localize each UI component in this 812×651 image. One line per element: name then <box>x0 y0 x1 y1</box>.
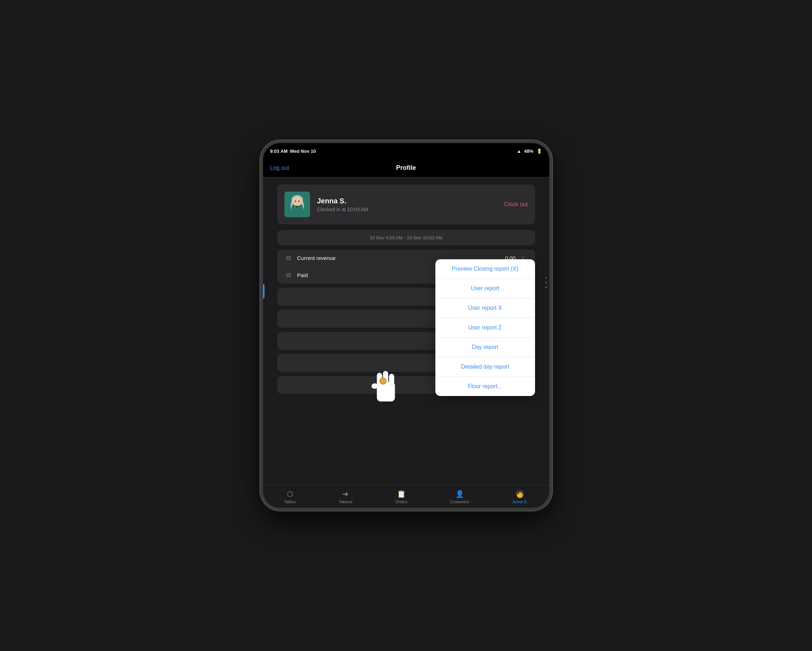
dropdown-item-floor-report[interactable]: Floor report... <box>435 377 535 396</box>
status-bar: 9:03 AM Wed Nov 10 ▲ 48% 🔋 <box>263 143 549 159</box>
side-dot <box>545 286 547 288</box>
tab-orders[interactable]: 📋 Orders <box>395 490 408 504</box>
user-icon: 🧑 <box>516 490 524 498</box>
side-dot <box>545 282 547 283</box>
svg-point-3 <box>298 200 300 202</box>
logout-button[interactable]: Log out <box>270 165 289 171</box>
nav-bar: Log out Profile <box>263 159 549 177</box>
profile-name: Jenna S. <box>317 197 504 205</box>
tab-tables[interactable]: ⬡ Tables <box>284 490 296 504</box>
tab-takeout[interactable]: ➜ Takeout <box>339 490 353 504</box>
time-range-text: 10 Nov 4:00 AM - 10 Nov 10:03 AM <box>370 235 443 240</box>
customers-icon: 👤 <box>455 490 464 498</box>
dropdown-item-user-report-z[interactable]: User report Z <box>435 318 535 338</box>
tab-bar: ⬡ Tables ➜ Takeout 📋 Orders 👤 Customers … <box>263 485 549 508</box>
customers-label: Customers <box>450 500 469 504</box>
status-left: 9:03 AM Wed Nov 10 <box>270 148 316 154</box>
dropdown-item-detailed-day[interactable]: Detailed day report <box>435 357 535 377</box>
takeout-icon: ➜ <box>342 490 348 498</box>
dropdown-item-preview[interactable]: Preview Closing report (X) <box>435 259 535 279</box>
dropdown-menu: Preview Closing report (X) User report U… <box>435 259 535 396</box>
side-dots <box>545 277 547 288</box>
paid-icon: ⊟ <box>284 272 293 278</box>
date-display: Wed Nov 10 <box>290 148 316 154</box>
time-range-card: 10 Nov 4:00 AM - 10 Nov 10:03 AM <box>277 230 535 245</box>
profile-info: Jenna S. Clocked in at 10:03 AM <box>317 197 504 212</box>
orders-icon: 📋 <box>397 490 406 498</box>
clock-out-button[interactable]: Clock out <box>504 201 528 208</box>
avatar-image <box>287 194 308 215</box>
status-right: ▲ 48% 🔋 <box>517 148 542 154</box>
dropdown-item-day-report[interactable]: Day report <box>435 338 535 357</box>
avatar <box>284 192 310 217</box>
main-content: Jenna S. Clocked in at 10:03 AM Clock ou… <box>263 177 549 485</box>
profile-card: Jenna S. Clocked in at 10:03 AM Clock ou… <box>277 185 535 225</box>
revenue-icon: ⊟ <box>284 255 293 261</box>
wifi-icon: ▲ <box>517 148 522 154</box>
tab-user[interactable]: 🧑 Jenna S. <box>512 490 528 504</box>
orders-label: Orders <box>395 500 408 504</box>
svg-point-2 <box>295 200 296 202</box>
takeout-label: Takeout <box>339 500 353 504</box>
dropdown-item-user-report[interactable]: User report <box>435 279 535 298</box>
nav-title: Profile <box>396 164 416 172</box>
side-dot <box>545 277 547 279</box>
time-display: 9:03 AM <box>270 148 288 154</box>
clocked-in-text: Clocked in at 10:03 AM <box>317 206 504 212</box>
tables-label: Tables <box>284 500 296 504</box>
side-indicator <box>263 284 264 298</box>
device-frame: 9:03 AM Wed Nov 10 ▲ 48% 🔋 Log out Profi… <box>260 140 552 511</box>
dropdown-item-user-report-x[interactable]: User report X <box>435 298 535 318</box>
battery-icon: 🔋 <box>536 148 542 154</box>
user-label: Jenna S. <box>512 500 528 504</box>
battery-display: 48% <box>524 148 533 154</box>
tables-icon: ⬡ <box>287 490 293 498</box>
tab-customers[interactable]: 👤 Customers <box>450 490 469 504</box>
svg-point-1 <box>293 197 302 206</box>
